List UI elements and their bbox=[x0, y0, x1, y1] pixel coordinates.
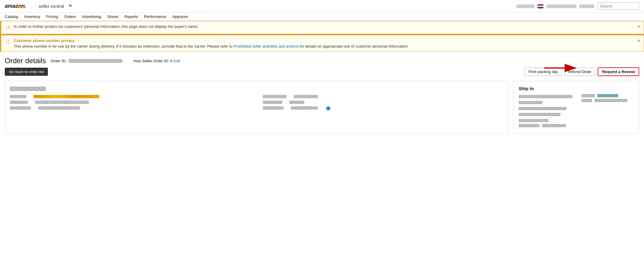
prohibited-activities-link[interactable]: Prohibited seller activities and actions bbox=[234, 44, 299, 49]
sales-channel-value bbox=[291, 106, 318, 110]
account-name bbox=[517, 4, 534, 8]
order-id-value bbox=[69, 59, 122, 63]
go-back-button[interactable]: Go back to order list bbox=[5, 68, 48, 76]
actions-area: Go back to order list Print packing slip… bbox=[5, 67, 639, 76]
nav-catalog[interactable]: Catalog bbox=[5, 14, 18, 19]
nav-performance[interactable]: Performance bbox=[144, 14, 166, 19]
settings-link[interactable] bbox=[579, 4, 594, 8]
red-arrow-annotation bbox=[544, 62, 580, 74]
ship-name2 bbox=[519, 101, 543, 104]
privacy-alert-banner: ⚠ In order to further protect our custom… bbox=[0, 21, 644, 34]
ship-to-panel: Ship to bbox=[514, 81, 639, 134]
request-review-button[interactable]: Request a Review bbox=[598, 67, 639, 76]
ship-to-title: Ship to bbox=[519, 86, 634, 91]
shipping-service-label bbox=[263, 95, 287, 98]
order-summary-left-col bbox=[10, 95, 251, 113]
shipping-service-value bbox=[294, 95, 318, 98]
ship-address-row bbox=[519, 106, 572, 110]
address-type-value bbox=[542, 124, 566, 127]
ship-city bbox=[519, 113, 561, 116]
phone-label bbox=[581, 99, 592, 102]
ship-to-contact-col bbox=[581, 94, 627, 129]
privacy-alert-close[interactable]: × bbox=[637, 24, 640, 29]
nav-reports[interactable]: Reports bbox=[124, 14, 138, 19]
account-details bbox=[546, 4, 576, 8]
fulfillment-value bbox=[289, 101, 304, 104]
nav-inventory[interactable]: Inventory bbox=[24, 14, 40, 19]
flag-icon bbox=[537, 4, 543, 8]
edit-order-link[interactable]: Edit bbox=[174, 59, 180, 63]
shipping-service-row bbox=[263, 95, 504, 98]
panels-row: Ship to bbox=[5, 81, 639, 134]
purchase-date-value bbox=[38, 106, 80, 110]
order-summary-title bbox=[10, 86, 504, 91]
warning-icon-1: ⚠ bbox=[6, 24, 11, 31]
sold-by-value bbox=[34, 95, 99, 98]
ship-name2-row bbox=[519, 100, 572, 104]
phone-alert-text-after: for details on appropriate use of custom… bbox=[300, 44, 409, 49]
sales-channel-flag bbox=[326, 106, 330, 110]
ship-address-type-row bbox=[519, 124, 572, 127]
seller-central-label: seller central bbox=[39, 4, 64, 9]
seller-order-label: Your Seller Order ID: # bbox=[133, 59, 172, 63]
amazon-smile bbox=[17, 7, 26, 8]
phone-alert-content: Customer phone number privacy This phone… bbox=[14, 38, 639, 49]
warning-icon-2: ⚠ bbox=[6, 38, 11, 45]
top-nav: Catalog Inventory Pricing Orders Adverti… bbox=[0, 13, 644, 21]
nav-advertising[interactable]: Advertising bbox=[82, 14, 101, 19]
ship-phone-row bbox=[581, 99, 627, 102]
header: amazon seller central ⚑ bbox=[0, 0, 644, 13]
address-type-label bbox=[519, 124, 540, 127]
sold-by-row bbox=[10, 95, 251, 98]
sales-channel-label bbox=[263, 106, 284, 110]
ship-country bbox=[519, 119, 549, 122]
header-right bbox=[517, 2, 639, 10]
phone-alert-title: Customer phone number privacy bbox=[14, 38, 639, 43]
ship-contact-row bbox=[581, 94, 627, 97]
nav-stores[interactable]: Stores bbox=[107, 14, 119, 19]
contact-value bbox=[597, 94, 618, 97]
nav-orders[interactable]: Orders bbox=[64, 14, 76, 19]
fulfillment-label bbox=[263, 101, 282, 104]
nav-appstore[interactable]: Appstore bbox=[172, 14, 188, 19]
sold-by-label bbox=[10, 95, 26, 98]
pin-flag-icon[interactable]: ⚑ bbox=[68, 3, 72, 9]
fulfillment-row bbox=[263, 101, 504, 104]
phone-value bbox=[594, 99, 627, 102]
contact-label bbox=[581, 94, 595, 97]
ordered-by-label bbox=[10, 101, 28, 104]
ship-country-row bbox=[519, 118, 572, 122]
phone-alert-text: This phone number is for use by the carr… bbox=[14, 44, 234, 49]
purchase-date-label bbox=[10, 106, 31, 110]
order-summary-panel bbox=[5, 81, 509, 134]
seller-order-area: Your Seller Order ID: # Edit bbox=[133, 59, 180, 63]
ordered-by-value bbox=[35, 101, 89, 104]
privacy-alert-text: In order to further protect our customer… bbox=[14, 24, 639, 29]
purchase-date-row bbox=[10, 106, 251, 110]
ship-city-row bbox=[519, 112, 572, 116]
ship-to-address-col bbox=[519, 94, 572, 129]
sales-channel-row bbox=[263, 106, 504, 110]
ship-to-content bbox=[519, 94, 634, 129]
main-content: Order details Order ID: Your Seller Orde… bbox=[0, 52, 644, 139]
search-input[interactable] bbox=[597, 2, 639, 10]
ordered-by-row bbox=[10, 101, 251, 104]
order-id-label: Order ID: bbox=[51, 59, 66, 63]
nav-pricing[interactable]: Pricing bbox=[46, 14, 58, 19]
amazon-logo[interactable]: amazon bbox=[5, 3, 27, 9]
action-buttons: Print packing slip Refund Order Request … bbox=[524, 67, 639, 76]
logo-area: amazon seller central ⚑ bbox=[5, 3, 72, 9]
phone-alert-banner: ⚠ Customer phone number privacy This pho… bbox=[0, 34, 644, 52]
ship-name bbox=[519, 95, 572, 98]
ship-address bbox=[519, 107, 566, 110]
phone-alert-close[interactable]: × bbox=[637, 38, 640, 43]
ship-name-row bbox=[519, 94, 572, 99]
page-title: Order details bbox=[5, 57, 46, 65]
order-summary-content bbox=[10, 95, 504, 113]
order-summary-right-col bbox=[263, 95, 504, 113]
order-id-area: Order ID: bbox=[51, 59, 122, 63]
